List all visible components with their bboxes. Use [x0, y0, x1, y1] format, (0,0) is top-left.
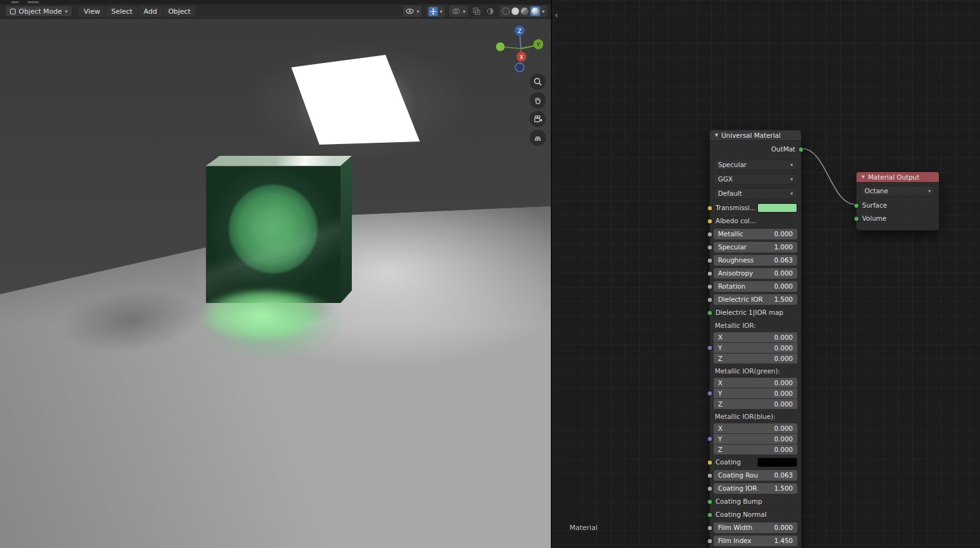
- xray-toggle-icon[interactable]: [472, 7, 482, 16]
- slider-label: Roughness: [718, 255, 754, 266]
- input-socket-coating[interactable]: [707, 459, 713, 465]
- component-label: Z: [718, 445, 722, 454]
- input-socket-coating-rou[interactable]: [707, 473, 713, 478]
- color-swatch[interactable]: [757, 458, 797, 467]
- slider-value: 0.000: [774, 268, 793, 279]
- input-socket-coating-normal[interactable]: [707, 512, 713, 517]
- dropdown-ggx[interactable]: GGX▾: [714, 174, 797, 185]
- material-output-node[interactable]: ▼ Material Output Octane ▾ SurfaceVolume: [856, 171, 939, 231]
- vector-input-group: X0.000Y0.000Z0.000: [714, 378, 797, 409]
- collapse-triangle-icon[interactable]: ▼: [861, 172, 865, 183]
- zoom-button[interactable]: [530, 74, 546, 90]
- vector-component-z[interactable]: Z0.000: [714, 445, 797, 454]
- input-socket-dielectric-1-ior-map[interactable]: [707, 310, 713, 315]
- collapse-triangle-icon[interactable]: ▼: [715, 130, 718, 141]
- input-socket-metallic[interactable]: [707, 231, 713, 237]
- slider-label: Coating Rou: [718, 470, 758, 481]
- shader-node-editor[interactable]: ‹ ▼ Universal Material OutMat Specular▾G…: [553, 0, 980, 548]
- input-socket-vector[interactable]: [707, 345, 713, 351]
- slider-label: Film Index: [718, 536, 752, 546]
- gizmo-dropdown[interactable]: ▾: [426, 6, 445, 17]
- slider-dielectric-ior[interactable]: Dielectric IOR1.500: [714, 294, 797, 305]
- dropdown-label: Specular: [718, 160, 747, 170]
- eye-icon: [405, 7, 415, 16]
- input-socket-film-index[interactable]: [707, 538, 713, 544]
- menu-view[interactable]: View: [79, 6, 105, 17]
- chevron-down-icon: ▾: [440, 9, 442, 14]
- slider-metallic[interactable]: Metallic0.000: [714, 229, 797, 239]
- vector-component-x[interactable]: X0.000: [714, 423, 797, 433]
- visibility-dropdown[interactable]: ▾: [403, 6, 422, 17]
- vector-component-y[interactable]: Y0.000: [714, 388, 797, 398]
- navigation-gizmo[interactable]: Z Y X: [495, 22, 547, 75]
- slider-coating-ior[interactable]: Coating IOR1.500: [714, 483, 797, 494]
- vector-input-group: X0.000Y0.000Z0.000: [714, 332, 797, 363]
- vector-component-y[interactable]: Y0.000: [714, 343, 797, 353]
- gizmo-y-neg-axis[interactable]: [496, 42, 505, 51]
- solid-shading-icon[interactable]: [512, 7, 519, 15]
- input-socket-coating-bump[interactable]: [707, 499, 713, 504]
- rendered-shading-icon[interactable]: [530, 6, 540, 16]
- input-socket-vector[interactable]: [707, 391, 713, 397]
- slider-film-index[interactable]: Film Index1.450: [714, 536, 797, 546]
- slider-anisotropy[interactable]: Anisotropy0.000: [714, 268, 797, 279]
- input-volume: Volume: [860, 213, 935, 224]
- menu-add[interactable]: Add: [138, 6, 162, 17]
- vector-component-y[interactable]: Y0.000: [714, 434, 797, 444]
- dropdown-label: Default: [718, 188, 742, 199]
- input-socket-anisotropy[interactable]: [707, 271, 713, 276]
- node-title: Material Output: [868, 172, 919, 183]
- slider-rotation[interactable]: Rotation0.000: [714, 281, 797, 292]
- vector-component-x[interactable]: X0.000: [714, 378, 797, 388]
- input-socket-surface[interactable]: [854, 203, 860, 208]
- overlays-dropdown[interactable]: ▾: [449, 6, 468, 17]
- universal-material-header[interactable]: ▼ Universal Material: [710, 130, 801, 141]
- slider-specular[interactable]: Specular1.000: [714, 242, 797, 252]
- dropdown-label: GGX: [718, 174, 732, 185]
- vector-component-z[interactable]: Z0.000: [714, 353, 797, 363]
- input-socket-volume[interactable]: [854, 216, 860, 221]
- input-label-coating-bump: Coating Bump: [714, 496, 797, 507]
- node-title: Universal Material: [721, 130, 780, 141]
- mode-selector[interactable]: Object Mode ▾: [5, 6, 72, 17]
- material-preview-icon[interactable]: [521, 7, 528, 15]
- input-socket-dielectric-ior[interactable]: [707, 297, 713, 302]
- gizmo-z-neg-axis[interactable]: [515, 63, 524, 72]
- slider-film-width[interactable]: Film Width0.000: [714, 522, 797, 533]
- camera-view-button[interactable]: [530, 111, 546, 127]
- viewport-tool-cluster: ▾ ▾ ▾: [403, 6, 547, 17]
- outmat-output-socket[interactable]: [798, 147, 804, 152]
- input-label-albedo-col: Albedo col...: [714, 216, 797, 226]
- panel-expand-arrow[interactable]: ‹: [555, 10, 558, 20]
- slider-roughness[interactable]: Roughness0.063: [714, 255, 797, 266]
- dropdown-default[interactable]: Default▾: [714, 188, 797, 199]
- input-socket-rotation[interactable]: [707, 284, 713, 289]
- vector-component-x[interactable]: X0.000: [714, 332, 797, 342]
- slider-coating-rou[interactable]: Coating Rou0.063: [714, 470, 797, 481]
- vector-component-z[interactable]: Z0.000: [714, 399, 797, 409]
- input-socket-vector[interactable]: [707, 436, 713, 442]
- universal-material-node[interactable]: ▼ Universal Material OutMat Specular▾GGX…: [709, 130, 802, 548]
- menu-select[interactable]: Select: [106, 6, 137, 17]
- wireframe-shading-icon[interactable]: [502, 7, 510, 15]
- input-socket-film-width[interactable]: [707, 525, 713, 531]
- dropdown-specular[interactable]: Specular▾: [714, 160, 797, 170]
- input-socket-albedo-col[interactable]: [707, 218, 713, 224]
- pan-hand-button[interactable]: [530, 92, 546, 108]
- input-socket-transmissi[interactable]: [707, 205, 713, 211]
- viewport-menus: View Select Add Object: [79, 6, 195, 17]
- menu-object[interactable]: Object: [163, 6, 196, 17]
- input-socket-roughness[interactable]: [707, 257, 713, 263]
- compositor-toggle-icon[interactable]: [486, 7, 495, 16]
- color-swatch[interactable]: [757, 203, 797, 213]
- mode-label: Object Mode: [19, 7, 62, 16]
- grid-floor-button[interactable]: [530, 130, 546, 146]
- input-socket-specular[interactable]: [707, 244, 713, 250]
- material-output-header[interactable]: ▼ Material Output: [856, 172, 939, 183]
- slider-label: Film Width: [718, 522, 752, 533]
- slider-value: 0.000: [774, 522, 793, 533]
- renderer-dropdown[interactable]: Octane ▾: [860, 186, 935, 196]
- section-heading-metallic-ior-green: Metallic IOR(green):: [714, 366, 797, 376]
- input-socket-coating-ior[interactable]: [707, 486, 713, 491]
- 3d-viewport[interactable]: Object Mode ▾ View Select Add Object ▾: [0, 0, 552, 548]
